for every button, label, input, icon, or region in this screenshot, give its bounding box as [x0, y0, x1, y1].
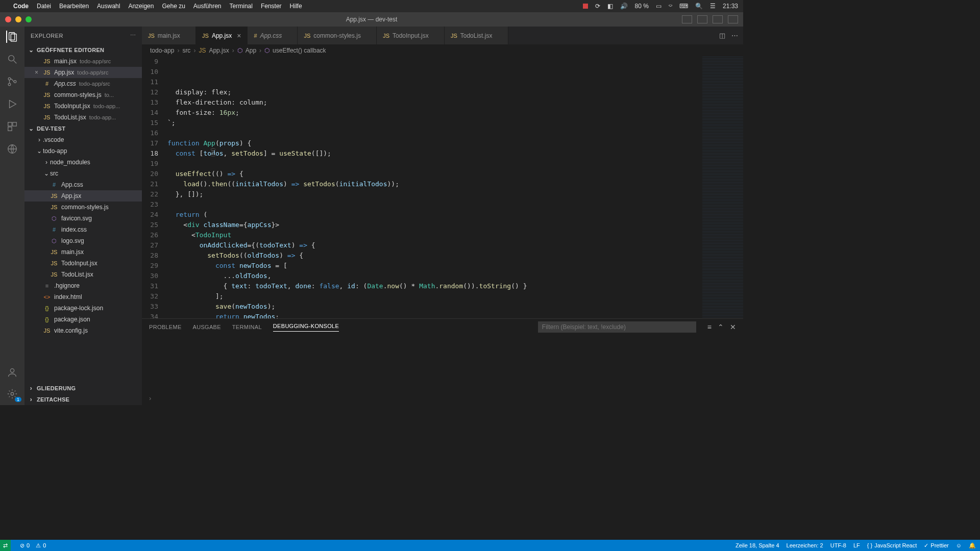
panel-tab-debug-console[interactable]: DEBUGGING-KONSOLE	[273, 323, 339, 332]
explorer-icon[interactable]	[6, 31, 18, 43]
open-editor-item[interactable]: × JS common-styles.js to...	[24, 89, 142, 101]
layout-left-icon[interactable]	[682, 15, 692, 23]
menu-item[interactable]: Anzeigen	[128, 3, 154, 10]
settings-icon[interactable]: 1	[6, 388, 18, 400]
debug-input-chevron-icon[interactable]: ›	[149, 394, 151, 402]
file-name: App.jsx	[54, 69, 74, 76]
project-header[interactable]: ⌄ DEV-TEST	[24, 123, 142, 134]
layout-grid-icon[interactable]	[728, 15, 738, 23]
file-item[interactable]: JS TodoList.jsx	[24, 269, 142, 280]
svg-rect-8	[8, 122, 12, 126]
file-icon: JS	[50, 249, 58, 255]
menu-item[interactable]: Auswahl	[97, 3, 120, 10]
menu-item[interactable]: Terminal	[230, 3, 253, 10]
layout-bottom-icon[interactable]	[697, 15, 707, 23]
minimap[interactable]	[702, 57, 743, 318]
breadcrumb-item[interactable]: App	[246, 47, 256, 54]
outline-section[interactable]: › GLIEDERUNG	[24, 383, 142, 394]
app-menu[interactable]: Code	[13, 3, 29, 10]
close-icon[interactable]: ×	[35, 69, 43, 76]
timeline-section[interactable]: › ZEITACHSE	[24, 394, 142, 405]
panel-maximize-icon[interactable]: ⌃	[718, 323, 724, 331]
editor-tab[interactable]: # App.css ×	[248, 27, 298, 44]
file-item[interactable]: JS App.jsx	[24, 190, 142, 202]
search-icon[interactable]: 🔍	[695, 3, 703, 10]
file-item[interactable]: {} package-lock.json	[24, 303, 142, 314]
extensions-icon[interactable]	[6, 120, 18, 133]
breadcrumb-item[interactable]: App.jsx	[209, 47, 229, 54]
file-name: logo.svg	[61, 237, 84, 244]
remote-explorer-icon[interactable]	[6, 143, 18, 155]
battery-pct[interactable]: 80 %	[635, 3, 649, 10]
menu-item[interactable]: Datei	[37, 3, 51, 10]
panel-tab-output[interactable]: AUSGABE	[193, 324, 221, 330]
open-editor-item[interactable]: × JS TodoList.jsx todo-app...	[24, 112, 142, 123]
folder-item[interactable]: ⌄ src	[24, 168, 142, 179]
layout-right-icon[interactable]	[713, 15, 723, 23]
explorer-more-icon[interactable]: ⋯	[130, 32, 136, 39]
breadcrumb-item[interactable]: todo-app	[150, 47, 174, 54]
file-name: index.css	[61, 226, 87, 233]
folder-item[interactable]: ⌄ todo-app	[24, 145, 142, 157]
open-editor-item[interactable]: × # App.css todo-app/src	[24, 78, 142, 89]
split-editor-icon[interactable]: ◫	[719, 32, 725, 39]
more-actions-icon[interactable]: ⋯	[731, 32, 738, 39]
open-editor-item[interactable]: × JS App.jsx todo-app/src	[24, 67, 142, 78]
menu-item[interactable]: Fenster	[261, 3, 282, 10]
maximize-window-icon[interactable]	[26, 16, 32, 22]
file-item[interactable]: {} package.json	[24, 314, 142, 325]
volume-icon[interactable]: 🔊	[620, 3, 628, 10]
folder-item[interactable]: › node_modules	[24, 157, 142, 168]
menu-item[interactable]: Bearbeiten	[59, 3, 89, 10]
editor-tab[interactable]: JS TodoList.jsx ×	[445, 27, 508, 44]
file-item[interactable]: JS TodoInput.jsx	[24, 258, 142, 269]
control-center-icon[interactable]: ☰	[710, 3, 716, 10]
breadcrumb-item[interactable]: src	[182, 47, 190, 54]
panel-tab-problems[interactable]: PROBLEME	[149, 324, 182, 330]
open-editor-item[interactable]: × JS main.jsx todo-app/src	[24, 56, 142, 67]
editor-tab[interactable]: JS common-styles.js ×	[298, 27, 377, 44]
menu-item[interactable]: Gehe zu	[162, 3, 185, 10]
file-item[interactable]: JS vite.config.js	[24, 325, 142, 336]
close-icon[interactable]: ×	[237, 32, 241, 40]
file-item[interactable]: # App.css	[24, 179, 142, 190]
recording-icon[interactable]	[583, 4, 588, 9]
run-debug-icon[interactable]	[6, 98, 18, 110]
wifi-icon[interactable]: ⌔	[669, 3, 672, 10]
battery-icon[interactable]: ▭	[656, 3, 662, 10]
panel-filter-input[interactable]	[538, 321, 696, 333]
file-item[interactable]: ⬡ favicon.svg	[24, 213, 142, 224]
file-item[interactable]: <> index.html	[24, 291, 142, 303]
open-editor-item[interactable]: × JS TodoInput.jsx todo-app...	[24, 101, 142, 112]
close-window-icon[interactable]	[5, 16, 11, 22]
file-item[interactable]: ⬡ logo.svg	[24, 235, 142, 246]
clock[interactable]: 21:33	[723, 3, 738, 10]
folder-item[interactable]: › .vscode	[24, 134, 142, 145]
editor-tab[interactable]: JS App.jsx ×	[196, 27, 248, 44]
panel-tab-terminal[interactable]: TERMINAL	[232, 324, 262, 330]
open-editors-header[interactable]: ⌄ GEÖFFNETE EDITOREN	[24, 44, 142, 56]
panel-close-icon[interactable]: ✕	[730, 323, 736, 331]
code-editor[interactable]: 9101112131415161718192021222324252627282…	[142, 57, 743, 318]
menu-item[interactable]: Ausführen	[193, 3, 222, 10]
code-content[interactable]: I display: flex; flex-direction: column;…	[167, 57, 702, 318]
account-icon[interactable]	[6, 366, 18, 379]
file-item[interactable]: # index.css	[24, 224, 142, 235]
search-icon[interactable]	[6, 53, 18, 65]
breadcrumb-item[interactable]: useEffect() callback	[273, 47, 326, 54]
breadcrumbs[interactable]: todo-app› src› JS App.jsx› ⬡ App› ⬡ useE…	[142, 44, 743, 57]
tray-icon[interactable]: ⟳	[595, 3, 600, 10]
keyboard-icon[interactable]: ⌨	[679, 3, 688, 10]
file-item[interactable]: JS main.jsx	[24, 246, 142, 258]
editor-tab[interactable]: JS main.jsx ×	[142, 27, 196, 44]
editor-tab[interactable]: JS TodoInput.jsx ×	[377, 27, 445, 44]
file-item[interactable]: JS common-styles.js	[24, 202, 142, 213]
minimize-window-icon[interactable]	[15, 16, 21, 22]
file-item[interactable]: ≡ .hgignore	[24, 280, 142, 291]
filter-icon[interactable]: ≡	[707, 323, 712, 331]
file-name: common-styles.js	[54, 91, 102, 98]
source-control-icon[interactable]	[6, 76, 18, 88]
file-name: App.jsx	[61, 192, 81, 199]
tray-icon[interactable]: ◧	[607, 3, 613, 10]
menu-item[interactable]: Hilfe	[290, 3, 302, 10]
